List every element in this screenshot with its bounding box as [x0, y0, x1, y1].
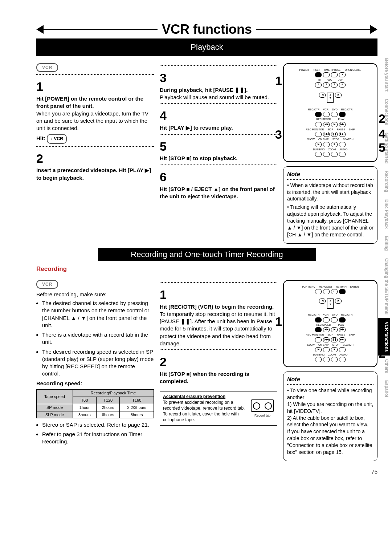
tab-espanol: Español — [378, 377, 390, 401]
step3-body: Playback will pause and sound will be mu… — [160, 94, 277, 101]
recording-prechecks: The desired channel is selected by press… — [36, 300, 154, 378]
rew-icon: ◀◀ — [323, 122, 330, 127]
callout-2: 2 — [379, 110, 385, 127]
rec-step2-title: Hit [STOP ■] when the recording is compl… — [160, 370, 277, 385]
page-number: 75 — [36, 468, 377, 475]
section-playback-bar: Playback — [36, 38, 377, 56]
nav-left-icon: ◀ — [319, 93, 326, 98]
power-icon — [315, 72, 322, 77]
vcr-badge-2: VCR — [36, 280, 58, 289]
arrow-left-icon — [36, 25, 44, 34]
recording-note: Note • To view one channel while recordi… — [283, 371, 377, 461]
step3-title: During playback, hit [PAUSE ❚❚]. — [160, 86, 277, 94]
arrow-right-icon — [370, 25, 377, 34]
step1-title: Hit [POWER] on the remote control or the… — [36, 95, 154, 110]
recording-header: Recording — [36, 265, 377, 273]
step4-title: Hit [PLAY ▶] to resume play. — [160, 124, 277, 131]
callout-3: 3 — [275, 126, 282, 143]
callout-rec-1b: 1 — [379, 331, 385, 348]
recording-speed-header: Recording speed: — [36, 380, 154, 387]
remote-control-diagram-2: TOP MENU MENU/LIST RETURN ENTER ↩ ◀▲▼▶ R… — [283, 280, 377, 368]
step6-title: Hit [STOP ■ / EJECT ▲] on the front pane… — [160, 186, 277, 200]
erasure-prevention-box: Accidental erasure prevention To prevent… — [160, 391, 277, 426]
rec-step1-body: To temporarily stop recording or to resu… — [160, 310, 277, 347]
playback-note: Note • When a videotape without record t… — [283, 166, 377, 244]
rec-step1-title: Hit [REC/OTR] (VCR) to begin the recordi… — [160, 303, 277, 310]
tab-recording: Recording — [378, 167, 390, 196]
vcr-badge: VCR — [36, 63, 58, 72]
rec-otr-vcr-icon — [315, 112, 322, 117]
cassette-icon — [251, 399, 274, 412]
recording-intro: Before recording, make sure: — [36, 291, 154, 298]
ff-icon: ▶▶ — [339, 122, 346, 127]
page-title-bar: VCR functions — [36, 22, 377, 37]
vcr-source-button-icon: ↕ VCR — [47, 134, 67, 143]
step1-body: When you are playing a videotape, turn t… — [36, 110, 154, 132]
stop-icon: ■ — [331, 142, 338, 147]
tab-editing: Editing — [378, 232, 390, 255]
pause-icon: ❚❚ — [331, 132, 338, 137]
tab-disc-playback: Disc Playback — [378, 196, 390, 232]
recording-after-notes: Stereo or SAP is selected. Refer to page… — [36, 421, 154, 446]
play-icon: ▶ — [331, 122, 338, 127]
step5-title: Hit [STOP ■] to stop playback. — [160, 155, 277, 162]
callout-5: 5 — [379, 139, 385, 156]
tab-changing-setup: Changing the SETUP menu — [378, 255, 390, 318]
nav-right-icon: ▶ — [335, 93, 342, 98]
table-row: SLP mode 3hours 6hours 8hours — [37, 411, 154, 418]
page-title: VCR functions — [158, 22, 256, 37]
remote-control-diagram: POWER T.SET TIMER PROG. OPEN/CLOSE ▲ @! … — [283, 63, 377, 162]
tab-before-you-start: Before you start — [378, 54, 390, 95]
eject-icon: ▲ — [339, 72, 346, 77]
step2-title: Insert a prerecorded videotape. Hit [PLA… — [36, 167, 154, 182]
section-recording-bar: Recording and One-touch Timer Recording — [98, 248, 316, 261]
callout-rec-1: 1 — [275, 313, 282, 330]
callout-1: 1 — [275, 73, 282, 89]
record-tab-label: Record tab — [251, 413, 274, 418]
callout-rec-2: 2 — [379, 345, 385, 362]
